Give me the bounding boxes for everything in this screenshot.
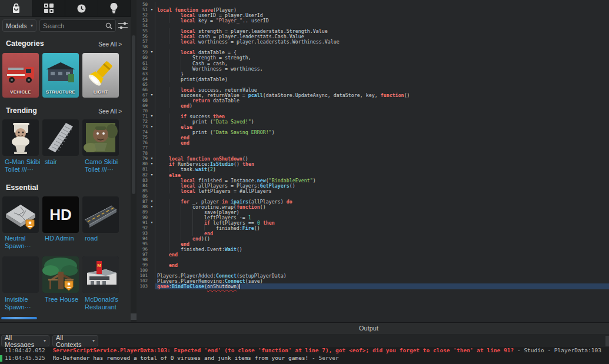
line-number[interactable]: 62 (137, 66, 149, 71)
fold-arrow-icon[interactable]: ▾ (149, 161, 155, 166)
fold-arrow-icon[interactable]: ▾ (149, 204, 155, 209)
fold-arrow-icon[interactable]: ▾ (149, 172, 155, 178)
asset-label[interactable]: road (85, 235, 98, 242)
code-line-96[interactable]: 96 finished.Event:Wait() (137, 246, 609, 252)
code-line-59[interactable]: 59▾ local dataTable = { (137, 49, 609, 55)
code-line-62[interactable]: 62 Worthiness = worthiness, (137, 66, 609, 71)
code-line-50[interactable]: 50 (137, 2, 609, 7)
code-line-81[interactable]: 81 task.wait(2) (137, 166, 609, 172)
line-number[interactable]: 95 (137, 241, 149, 246)
tab-creations[interactable] (98, 0, 131, 16)
code-line-65[interactable]: 65 (137, 82, 609, 87)
fold-arrow-icon[interactable]: ▾ (149, 156, 155, 161)
code-line-95[interactable]: 95 end (137, 241, 609, 246)
line-number[interactable]: 102 (137, 278, 149, 283)
code-line-66[interactable]: 66 local success, returnValue (137, 87, 609, 92)
line-number[interactable]: 59 (137, 49, 149, 55)
line-number[interactable]: 79 (137, 156, 149, 161)
line-number[interactable]: 68 (137, 98, 149, 103)
code-line-87[interactable]: 87▾ for _, player in ipairs(allPlayers) … (137, 199, 609, 204)
line-number[interactable]: 83 (137, 178, 149, 183)
line-number[interactable]: 71 (137, 113, 149, 119)
line-number[interactable]: 103 (137, 283, 149, 289)
asset-thumbnail-gman-skibi-toilet[interactable] (2, 119, 39, 156)
line-number[interactable]: 73 (137, 124, 149, 129)
script-editor[interactable]: 5051▾local function save(Player)52 local… (137, 0, 609, 322)
code-line-60[interactable]: 60 Strength = strength, (137, 55, 609, 60)
code-line-91[interactable]: 91▾ if leftPlayers == 0 then (137, 220, 609, 225)
code-line-67[interactable]: 67▾ success, returnValue = pcall(dataSto… (137, 92, 609, 98)
output-titlebar[interactable]: Output (0, 322, 609, 335)
line-number[interactable]: 80 (137, 161, 149, 166)
code-line-99[interactable]: 99 end (137, 262, 609, 268)
line-number[interactable]: 90 (137, 215, 149, 220)
code-line-61[interactable]: 61 Cash = cash, (137, 61, 609, 66)
asset-thumbnail-hd-admin[interactable]: HD (42, 196, 79, 233)
code-line-72[interactable]: 72 print ("Data Saved!") (137, 119, 609, 124)
code-line-76[interactable]: 76 end (137, 140, 609, 145)
line-number[interactable]: 56 (137, 34, 149, 39)
code-line-55[interactable]: 55 local strength = player.leaderstats.S… (137, 28, 609, 34)
line-number[interactable]: 69 (137, 103, 149, 108)
code-line-74[interactable]: 74 print ("Data Saving ERROR!") (137, 129, 609, 135)
line-number[interactable]: 84 (137, 183, 149, 188)
line-number[interactable]: 51 (137, 7, 149, 12)
asset-label[interactable]: Camo Skibi Toilet ///··· (85, 158, 118, 173)
line-number[interactable]: 97 (137, 252, 149, 257)
category-card-structure[interactable]: STRUCTURE (42, 53, 79, 98)
code-line-88[interactable]: 88▾ coroutine.wrap(function() (137, 204, 609, 209)
line-number[interactable]: 88 (137, 204, 149, 209)
asset-thumbnail-camo-skibi-toilet[interactable] (82, 119, 119, 156)
code-line-68[interactable]: 68 return dataTable (137, 98, 609, 103)
fold-arrow-icon[interactable]: ▾ (149, 49, 155, 55)
asset-label[interactable]: stair (45, 158, 57, 166)
categories-see-all-link[interactable]: See All > (88, 41, 122, 48)
code-line-90[interactable]: 90 leftPlayers -= 1 (137, 215, 609, 220)
line-number[interactable]: 52 (137, 12, 149, 18)
line-number[interactable]: 65 (137, 82, 149, 87)
asset-thumbnail-tree-house[interactable] (42, 256, 79, 293)
code-line-79[interactable]: 79▾ local function onShutdown() (137, 156, 609, 161)
code-line-75[interactable]: 75 end (137, 135, 609, 140)
asset-label[interactable]: Tree House (45, 296, 78, 303)
code-line-64[interactable]: 64 print(dataTable) (137, 76, 609, 82)
line-number[interactable]: 58 (137, 44, 149, 49)
code-line-100[interactable]: 100 (137, 268, 609, 273)
code-line-82[interactable]: 82▾ else (137, 172, 609, 178)
line-number[interactable]: 55 (137, 28, 149, 34)
code-line-97[interactable]: 97 end (137, 252, 609, 257)
line-number[interactable]: 74 (137, 129, 149, 135)
code-line-103[interactable]: 103game:BindToClose(onShutdown) (137, 283, 609, 289)
fold-arrow-icon[interactable]: ▾ (149, 113, 155, 119)
asset-thumbnail-invisible-spawn[interactable] (2, 256, 39, 293)
code-line-101[interactable]: 101Players.PlayerAdded:Connect(setupPlay… (137, 273, 609, 278)
line-number[interactable]: 99 (137, 262, 149, 268)
asset-label[interactable]: G-Man Skibi Toilet ///··· (5, 158, 41, 173)
asset-thumbnail-mcdonalds[interactable]: M (82, 256, 119, 293)
log-row[interactable]: 11:04:45.525Ro-Defender has removed a to… (0, 355, 609, 362)
code-line-85[interactable]: 85 local leftPlayers = #allPlayers (137, 188, 609, 193)
line-number[interactable]: 72 (137, 119, 149, 124)
code-line-83[interactable]: 83 local finished = Instance.new("Bindab… (137, 178, 609, 183)
code-line-71[interactable]: 71▾ if success then (137, 113, 609, 119)
line-number[interactable]: 61 (137, 61, 149, 66)
line-number[interactable]: 93 (137, 231, 149, 236)
code-line-63[interactable]: 63 } (137, 71, 609, 76)
code-line-92[interactable]: 92 finished:Fire() (137, 225, 609, 231)
line-number[interactable]: 86 (137, 193, 149, 199)
line-number[interactable]: 81 (137, 166, 149, 172)
line-number[interactable]: 101 (137, 273, 149, 278)
log-row[interactable]: 11:04:42.052ServerScriptService.PlayerDa… (0, 347, 609, 355)
line-number[interactable]: 50 (137, 2, 149, 7)
code-line-56[interactable]: 56 local cash = player.leaderstats.Cash.… (137, 34, 609, 39)
line-number[interactable]: 60 (137, 55, 149, 60)
fold-arrow-icon[interactable]: ▾ (149, 7, 155, 12)
line-number[interactable]: 54 (137, 23, 149, 28)
asset-thumbnail-road[interactable] (82, 196, 119, 233)
code-line-70[interactable]: 70 (137, 108, 609, 113)
asset-label[interactable]: McDonald's Restaurant (85, 296, 118, 311)
line-number[interactable]: 77 (137, 145, 149, 151)
code-line-77[interactable]: 77 (137, 145, 609, 151)
code-line-73[interactable]: 73▾ else (137, 124, 609, 129)
line-number[interactable]: 76 (137, 140, 149, 145)
